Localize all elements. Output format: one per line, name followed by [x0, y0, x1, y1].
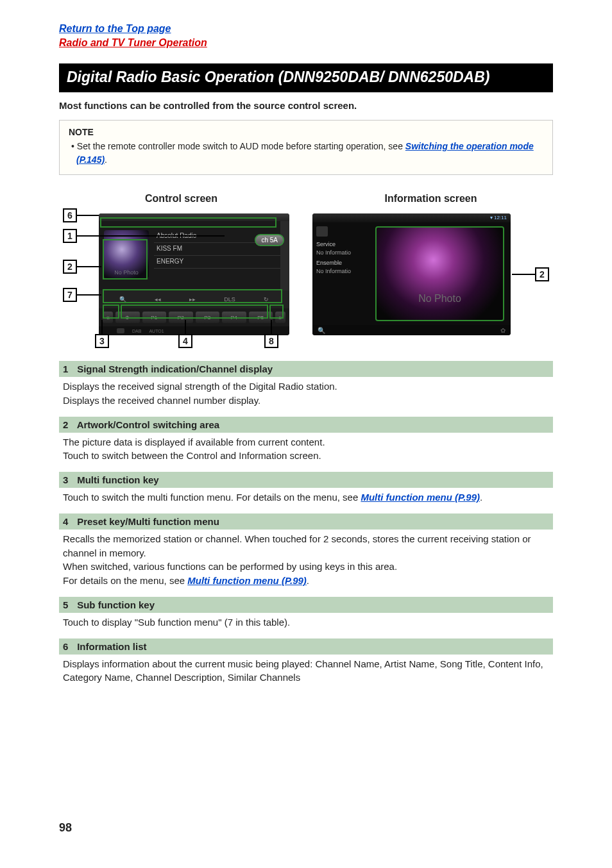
overlay-box: [103, 289, 282, 303]
item-heading: 5 Sub function key: [59, 597, 553, 613]
multi-function-link[interactable]: Multi function menu (P.99): [361, 492, 480, 503]
item: 5 Sub function key Touch to display "Sub…: [59, 597, 553, 637]
info-bottom-bar: 🔍 ✿: [312, 325, 511, 335]
information-screen-title: Information screen: [309, 193, 553, 204]
item-heading: 4 Preset key/Multi function menu: [59, 513, 553, 530]
overlay-box: [121, 305, 268, 319]
item-heading: 2 Artwork/Control switching area: [59, 417, 553, 433]
item-para-after: .: [480, 492, 482, 503]
callout-lead: [77, 215, 99, 216]
page-title: Digital Radio Basic Operation (DNN9250DA…: [59, 63, 553, 92]
info-search-icon[interactable]: 🔍: [318, 327, 325, 334]
item-para: When switched, various functions can be …: [63, 560, 549, 574]
item-body: The picture data is displayed if availab…: [59, 433, 553, 471]
callout-lead: [271, 320, 272, 334]
callout-1: 1: [63, 229, 77, 243]
note-line: Set the remote controller mode switch to…: [69, 140, 543, 167]
item-para-before: Touch to switch the multi function menu.…: [63, 492, 361, 503]
item-body: Touch to display "Sub function menu" (7 …: [59, 613, 553, 637]
information-screen: ▾ 12:11 Service No Informatio Ensemble N…: [312, 213, 511, 335]
item: 6 Information list Displays information …: [59, 638, 553, 693]
item-para-before: For details on the menu, see: [63, 575, 187, 586]
callout-8: 8: [264, 334, 278, 348]
overlay-box: [103, 305, 119, 319]
channel-button[interactable]: ch 5A: [255, 234, 284, 246]
item-body: Displays the received signal strength of…: [59, 377, 553, 415]
callout-3: 3: [95, 334, 109, 348]
item: 3 Multi function key Touch to switch the…: [59, 472, 553, 512]
callout-2: 2: [535, 267, 549, 281]
bottom-dot-icon: [117, 328, 124, 333]
item-heading: 6 Information list: [59, 638, 553, 655]
item-heading: 1 Signal Strength indication/Channel dis…: [59, 361, 553, 377]
info-artwork[interactable]: No Photo: [375, 226, 504, 321]
callout-6: 6: [63, 208, 77, 222]
callout-lead: [185, 320, 186, 334]
note-text-before: Set the remote controller mode switch to…: [77, 141, 405, 151]
callout-lead: [77, 235, 225, 237]
screens-row: Control screen ch 5A Absolut Radio KISS …: [59, 193, 553, 343]
item-para: Displays information about the current m…: [63, 657, 549, 685]
info-noinfo1: No Informatio: [316, 249, 370, 257]
callout-lead: [77, 266, 101, 267]
callout-lead: [512, 274, 535, 275]
info-service-label: Service: [316, 240, 370, 249]
item-para-after: .: [307, 575, 309, 586]
note-text-after: .: [105, 154, 107, 165]
item: 2 Artwork/Control switching area The pic…: [59, 417, 553, 471]
item: 4 Preset key/Multi function menu Recalls…: [59, 513, 553, 596]
item-heading: 3 Multi function key: [59, 472, 553, 488]
item-para: For details on the menu, see Multi funct…: [63, 574, 549, 588]
callout-4: 4: [178, 334, 192, 348]
item-para: Touch to switch between the Control and …: [63, 449, 549, 463]
control-bottom-bar: DAB AUTO1: [99, 326, 289, 335]
info-icon: [316, 226, 328, 237]
auto1-label: AUTO1: [149, 329, 164, 333]
info-noinfo2: No Informatio: [316, 267, 370, 276]
item-para: The picture data is displayed if availab…: [63, 435, 549, 449]
overlay-box: [100, 217, 276, 228]
information-screen-wrap: ▾ 12:11 Service No Informatio Ensemble N…: [309, 208, 553, 343]
callout-2: 2: [63, 260, 77, 274]
return-top-link[interactable]: Return to the Top page: [59, 23, 171, 34]
control-screen-wrap: ch 5A Absolut Radio KISS FM ENERGY 🔍: [59, 208, 303, 343]
information-screen-col: Information screen ▾ 12:11 Service No In…: [309, 193, 553, 343]
note-heading: NOTE: [69, 127, 543, 137]
control-screen-col: Control screen ch 5A Absolut Radio KISS …: [59, 193, 303, 343]
list-item[interactable]: ENERGY: [154, 256, 280, 269]
control-screen-title: Control screen: [59, 193, 303, 204]
intro-text: Most functions can be controlled from th…: [59, 100, 553, 111]
info-topbar: ▾ 12:11: [312, 213, 511, 222]
info-ensemble-label: Ensemble: [316, 259, 370, 267]
page-number: 98: [59, 821, 72, 835]
overlay-box: [269, 305, 284, 319]
callout-lead: [77, 294, 101, 296]
dab-label: DAB: [132, 329, 141, 333]
item-para: Displays the received channel number dis…: [63, 394, 549, 408]
callout-lead: [101, 320, 103, 334]
note-box: NOTE Set the remote controller mode swit…: [59, 120, 553, 175]
breadcrumb-link[interactable]: Radio and TV Tuner Operation: [59, 36, 207, 50]
item-para: Displays the received signal strength of…: [63, 380, 549, 394]
multi-function-link[interactable]: Multi function menu (P.99): [187, 575, 307, 586]
info-left-panel: Service No Informatio Ensemble No Inform…: [312, 222, 374, 325]
gear-icon[interactable]: ✿: [500, 327, 506, 334]
item: 1 Signal Strength indication/Channel dis…: [59, 361, 553, 415]
overlay-box: [103, 239, 148, 280]
item-para: Recalls the memorized station or channel…: [63, 532, 549, 560]
item-para: Touch to display "Sub function menu" (7 …: [63, 615, 549, 630]
item-body: Recalls the memorized station or channel…: [59, 530, 553, 596]
items-section: 1 Signal Strength indication/Channel dis…: [59, 361, 553, 692]
top-links: Return to the Top page Radio and TV Tune…: [59, 22, 553, 49]
item-body: Displays information about the current m…: [59, 655, 553, 693]
item-body: Touch to switch the multi function menu.…: [59, 488, 553, 512]
callout-7: 7: [63, 288, 77, 302]
